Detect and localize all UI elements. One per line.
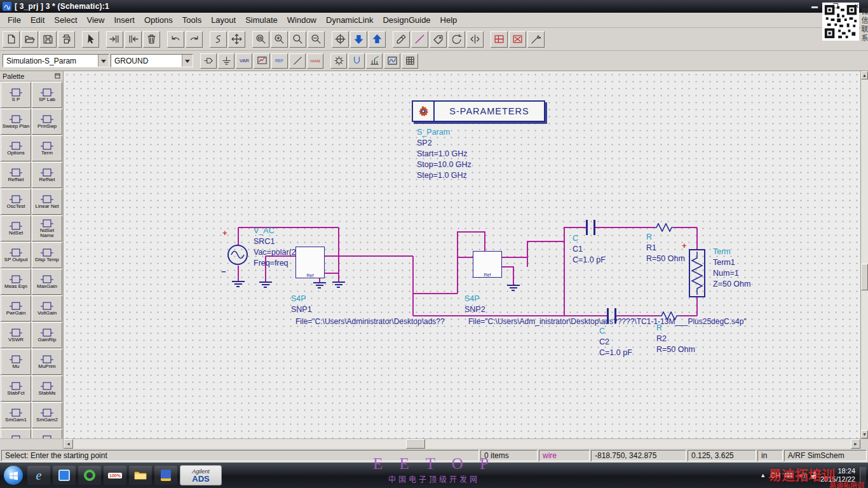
insert-port-button[interactable] (106, 31, 123, 48)
maximize-button[interactable]: ❐ (827, 2, 844, 11)
wire-segment[interactable] (412, 256, 414, 316)
pop-hierarchy-button[interactable] (369, 31, 386, 48)
r1-label[interactable]: R R1 R=50 Ohm (646, 232, 685, 264)
menu-simulate[interactable]: Simulate (241, 13, 282, 27)
wire-segment[interactable] (338, 227, 339, 282)
select-button[interactable] (82, 31, 99, 48)
wire-segment[interactable] (680, 315, 697, 316)
insert-label-button[interactable] (430, 31, 447, 48)
scroll-down-arrow[interactable]: ▼ (861, 430, 868, 438)
snp2-label[interactable]: S4P SNP2 (465, 294, 485, 315)
zoom-in-button[interactable] (271, 31, 288, 48)
rotate-button[interactable] (448, 31, 465, 48)
wire-segment[interactable] (238, 227, 239, 245)
menu-tools[interactable]: Tools (178, 13, 206, 27)
redo-button[interactable] (186, 31, 203, 48)
palette-item[interactable]: Meas Eqn (1, 269, 31, 295)
palette-item[interactable]: OscTest (1, 189, 31, 215)
layout-grid-button[interactable] (491, 31, 508, 48)
ground-symbol[interactable] (332, 281, 345, 288)
menu-window[interactable]: Window (283, 13, 321, 27)
resistor-r1[interactable] (654, 223, 675, 232)
taskbar-app-button[interactable] (53, 466, 76, 485)
wire-segment[interactable] (238, 266, 239, 282)
taskbar-explorer-button[interactable] (129, 466, 152, 485)
wizard-button[interactable] (527, 31, 545, 48)
probe-button[interactable] (348, 53, 365, 69)
save-button[interactable] (39, 31, 57, 48)
component-select[interactable]: GROUND (111, 54, 193, 67)
network-icon[interactable]: ▟ (811, 472, 816, 478)
wire-segment[interactable] (413, 315, 607, 316)
taskbar-browser2-button[interactable] (78, 466, 101, 485)
start-button[interactable] (4, 466, 23, 485)
chevron-down-icon[interactable] (182, 55, 193, 67)
insert-var-button[interactable]: VAR (236, 53, 252, 69)
netlist-button[interactable]: REF (271, 53, 288, 69)
term1-label[interactable]: Term Term1 Num=1 Z=50 Ohm (713, 247, 750, 290)
menu-dynamiclink[interactable]: DynamicLink (322, 13, 377, 27)
menu-designguide[interactable]: DesignGuide (378, 13, 435, 27)
palette-select[interactable]: Simulation-S_Param (3, 54, 109, 67)
wire-segment[interactable] (457, 231, 458, 294)
node-name-button[interactable] (393, 31, 410, 48)
simulate-button[interactable] (366, 53, 383, 69)
vertical-scrollbar[interactable]: ▲ ▼ (860, 71, 868, 438)
palette-item[interactable]: MaxGain (32, 269, 62, 295)
palette-dock-icon[interactable] (55, 73, 60, 79)
chevron-down-icon[interactable] (98, 55, 109, 67)
wire-segment[interactable] (484, 231, 485, 251)
wire-segment[interactable] (458, 257, 473, 258)
menu-help[interactable]: Help (436, 13, 462, 27)
menu-view[interactable]: View (83, 13, 109, 27)
snp1-label[interactable]: S4P SNP1 (291, 294, 312, 315)
tray-hidden-icons-arrow[interactable]: ▲ (760, 472, 766, 478)
menu-edit[interactable]: Edit (26, 13, 49, 27)
palette-item[interactable]: VoltGain (32, 295, 62, 322)
palette-item[interactable]: PwrGain (1, 295, 31, 322)
wire-segment[interactable] (413, 293, 458, 294)
palette-item[interactable]: VSWR (1, 322, 31, 348)
r2-label[interactable]: R R2 R=50 Ohm (656, 323, 695, 355)
capacitor-c2[interactable] (607, 308, 616, 323)
wire-segment[interactable] (696, 227, 698, 249)
palette-item[interactable]: Sweep Plan (1, 109, 31, 135)
wire-segment[interactable] (696, 297, 698, 316)
wire-segment[interactable] (616, 315, 660, 316)
menu-layout[interactable]: Layout (207, 13, 240, 27)
palette-item[interactable]: Options (1, 135, 31, 161)
tray-language[interactable]: CH (770, 471, 780, 479)
print-button[interactable] (58, 31, 75, 48)
palette-item[interactable]: GainRip (32, 322, 62, 348)
s4p-component-snp1[interactable]: Ref (295, 247, 325, 278)
insert-port-pin-button[interactable] (200, 53, 217, 69)
c1-label[interactable]: C C1 C=1.0 pF (573, 233, 606, 266)
wire-segment[interactable] (564, 227, 565, 241)
ground-symbol[interactable] (259, 281, 272, 288)
palette-item[interactable]: StabFct (1, 376, 31, 402)
push-hierarchy-button[interactable] (350, 31, 367, 48)
palette-item[interactable]: RefNet (32, 162, 62, 188)
sweep-button[interactable] (210, 31, 227, 48)
s4p-component-snp2[interactable]: Ref (473, 251, 502, 278)
mirror-button[interactable] (466, 31, 484, 48)
palette-item[interactable]: RefNet (1, 162, 31, 188)
c2-label[interactable]: C C2 C=1.0 pF (599, 326, 632, 358)
open-button[interactable] (21, 31, 38, 48)
minimize-button[interactable]: ▬ (806, 2, 824, 11)
name-tool-button[interactable]: NAME (307, 53, 323, 69)
wire-segment[interactable] (458, 231, 485, 233)
wire-segment[interactable] (595, 227, 654, 228)
wire-segment[interactable] (502, 257, 527, 258)
scroll-up-arrow[interactable]: ▲ (861, 71, 868, 79)
taskbar-power-button[interactable]: 100% (104, 466, 126, 485)
wire-segment[interactable] (513, 266, 514, 285)
taskbar-ads-button[interactable]: Agilent ADS (180, 465, 222, 485)
delete-button[interactable] (143, 31, 160, 48)
palette-item[interactable]: Linear Net (32, 189, 62, 215)
menu-select[interactable]: Select (50, 13, 81, 27)
undo-button[interactable] (167, 31, 184, 48)
close-button[interactable]: ✕ (848, 2, 865, 11)
term-component[interactable] (689, 249, 705, 297)
taskbar-tool-button[interactable] (154, 466, 177, 485)
